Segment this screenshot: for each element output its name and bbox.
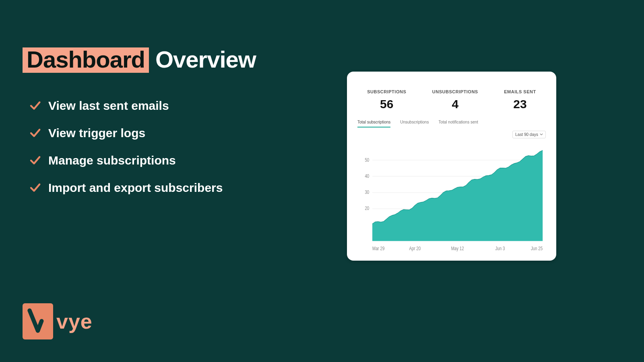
list-item: Import and export subscribers xyxy=(29,181,223,195)
metric-subscriptions: SUBSCRIPTIONS 56 xyxy=(367,89,406,111)
chevron-down-icon xyxy=(540,132,543,137)
list-item: View trigger logs xyxy=(29,126,223,140)
list-item-label: View last sent emails xyxy=(48,99,169,113)
metric-label: UNSUBSCRIPTIONS xyxy=(432,89,478,94)
list-item-label: View trigger logs xyxy=(48,126,145,140)
svg-text:20: 20 xyxy=(365,206,369,211)
tab-unsubscriptions[interactable]: Unsubscriptions xyxy=(400,120,429,128)
tab-total-subscriptions[interactable]: Total subscriptions xyxy=(357,120,390,128)
logo-text: vye xyxy=(56,309,93,333)
svg-text:Jun 3: Jun 3 xyxy=(495,245,505,251)
title-highlight: Dashboard xyxy=(23,47,149,73)
slide: Dashboard Overview View last sent emails… xyxy=(0,0,644,362)
list-item-label: Import and export subscribers xyxy=(48,181,223,195)
svg-text:40: 40 xyxy=(365,173,369,179)
logo-badge-icon xyxy=(23,303,53,339)
svg-text:Jun 25: Jun 25 xyxy=(531,245,543,251)
svg-text:Apr 20: Apr 20 xyxy=(409,245,421,251)
chart-tabs: Total subscriptions Unsubscriptions Tota… xyxy=(354,115,549,128)
svg-text:Mar 29: Mar 29 xyxy=(372,245,384,251)
svg-text:50: 50 xyxy=(365,157,369,162)
date-range-dropdown[interactable]: Last 90 days xyxy=(512,131,546,138)
brand-logo: vye xyxy=(23,303,93,339)
metric-value: 4 xyxy=(432,97,478,111)
tab-total-notifications-sent[interactable]: Total notifications sent xyxy=(438,120,478,128)
feature-list: View last sent emails View trigger logs … xyxy=(29,99,223,208)
check-icon xyxy=(29,100,41,112)
metric-value: 56 xyxy=(367,97,406,111)
list-item: View last sent emails xyxy=(29,99,223,113)
dashboard-card: SUBSCRIPTIONS 56 UNSUBSCRIPTIONS 4 EMAIL… xyxy=(347,72,556,261)
check-icon xyxy=(29,127,41,139)
metric-unsubscriptions: UNSUBSCRIPTIONS 4 xyxy=(432,89,478,111)
list-item: Manage subscriptions xyxy=(29,154,223,167)
metric-value: 23 xyxy=(504,97,536,111)
list-item-label: Manage subscriptions xyxy=(48,154,176,167)
slide-title: Dashboard Overview xyxy=(23,47,256,73)
svg-text:May 12: May 12 xyxy=(451,245,464,251)
svg-text:30: 30 xyxy=(365,189,369,195)
title-rest: Overview xyxy=(155,47,256,72)
chart: 20304050Mar 29Apr 20May 12Jun 3Jun 25 xyxy=(354,138,549,255)
date-range-label: Last 90 days xyxy=(515,132,538,137)
range-row: Last 90 days xyxy=(354,128,549,138)
check-icon xyxy=(29,154,41,167)
metrics-row: SUBSCRIPTIONS 56 UNSUBSCRIPTIONS 4 EMAIL… xyxy=(354,79,549,115)
area-chart-svg: 20304050Mar 29Apr 20May 12Jun 3Jun 25 xyxy=(357,140,546,255)
metric-label: EMAILS SENT xyxy=(504,89,536,94)
check-icon xyxy=(29,182,41,194)
metric-emails-sent: EMAILS SENT 23 xyxy=(504,89,536,111)
metric-label: SUBSCRIPTIONS xyxy=(367,89,406,94)
